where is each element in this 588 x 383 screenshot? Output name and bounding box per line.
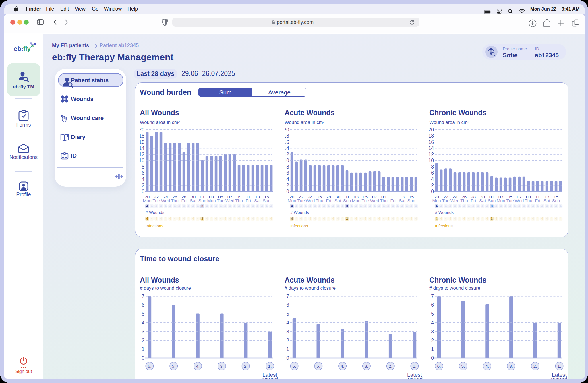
svg-text:Thu: Thu — [171, 198, 179, 203]
svg-text:Sun: Sun — [552, 198, 560, 203]
svg-text:4: 4 — [537, 217, 539, 221]
svg-text:4: 4 — [436, 217, 438, 221]
svg-text:4: 4 — [266, 217, 268, 221]
svg-text:All Wounds: All Wounds — [140, 109, 179, 117]
svg-text:4: 4 — [323, 204, 325, 208]
svg-text:4: 4 — [318, 204, 320, 208]
svg-text:4: 4 — [155, 217, 157, 221]
svg-text:4: 4 — [383, 204, 385, 208]
svg-text:4: 4 — [468, 217, 470, 221]
svg-text:16: 16 — [285, 139, 289, 145]
svg-text:Acute Wounds: Acute Wounds — [285, 109, 335, 117]
svg-text:4: 4 — [396, 217, 399, 221]
svg-text:Wed: Wed — [515, 198, 524, 203]
svg-text:4: 4 — [243, 204, 245, 208]
svg-text:Sat: Sat — [254, 198, 261, 203]
svg-text:4: 4 — [495, 204, 497, 208]
svg-text:2: 2 — [431, 183, 434, 188]
svg-text:4: 4 — [256, 204, 258, 208]
svg-text:4: 4 — [210, 217, 212, 221]
svg-text:4.: 4. — [196, 364, 200, 369]
svg-text:4: 4 — [332, 204, 334, 208]
svg-text:4: 4 — [252, 217, 254, 221]
svg-text:# Wounds: # Wounds — [435, 210, 454, 215]
svg-text:4: 4 — [463, 217, 465, 221]
svg-text:wound: wound — [262, 376, 278, 379]
svg-text:4: 4 — [355, 217, 357, 221]
svg-text:2.: 2. — [533, 364, 537, 369]
svg-text:Sun: Sun — [263, 198, 271, 203]
svg-text:4: 4 — [206, 217, 208, 221]
svg-text:Fri: Fri — [181, 198, 187, 203]
svg-text:Mon: Mon — [497, 198, 505, 203]
svg-text:4: 4 — [305, 204, 307, 208]
svg-text:4: 4 — [341, 217, 343, 221]
svg-text:4: 4 — [410, 217, 412, 221]
svg-text:Fri: Fri — [471, 198, 476, 203]
svg-text:4: 4 — [160, 217, 162, 221]
svg-text:4: 4 — [318, 217, 320, 221]
svg-text:4: 4 — [383, 217, 385, 221]
svg-text:2: 2 — [286, 338, 289, 343]
svg-text:0: 0 — [142, 189, 144, 194]
svg-text:4: 4 — [454, 204, 456, 208]
svg-text:Thu: Thu — [380, 198, 388, 203]
svg-text:7: 7 — [286, 293, 289, 299]
svg-text:Wound area in cm²: Wound area in cm² — [429, 120, 469, 125]
svg-text:Chronic Wounds: Chronic Wounds — [429, 276, 487, 284]
svg-text:4: 4 — [378, 217, 380, 221]
svg-text:Wed: Wed — [161, 198, 170, 203]
svg-text:4: 4 — [378, 204, 380, 208]
svg-text:4: 4 — [406, 217, 408, 221]
svg-text:4: 4 — [247, 217, 249, 221]
svg-text:4: 4 — [481, 204, 483, 208]
svg-text:4: 4 — [238, 217, 240, 221]
svg-text:4: 4 — [360, 204, 362, 208]
svg-text:4: 4 — [431, 176, 434, 182]
svg-text:4: 4 — [509, 204, 511, 208]
svg-text:4: 4 — [215, 217, 217, 221]
svg-text:3: 3 — [491, 204, 493, 208]
svg-text:4: 4 — [445, 217, 447, 221]
svg-text:4: 4 — [472, 204, 474, 208]
svg-text:3: 3 — [346, 204, 348, 208]
svg-text:Chronic Wounds: Chronic Wounds — [429, 109, 487, 117]
svg-text:14: 14 — [429, 145, 434, 151]
svg-text:4: 4 — [477, 217, 479, 221]
svg-text:6: 6 — [142, 302, 144, 308]
svg-text:4: 4 — [224, 217, 226, 221]
svg-text:4: 4 — [351, 204, 353, 208]
svg-text:4: 4 — [266, 204, 268, 208]
svg-text:1.: 1. — [268, 364, 272, 369]
svg-text:4: 4 — [233, 204, 235, 208]
svg-text:4: 4 — [151, 204, 153, 208]
svg-text:4: 4 — [178, 204, 180, 208]
svg-text:4: 4 — [183, 217, 185, 221]
svg-text:All Wounds: All Wounds — [140, 276, 179, 284]
svg-text:5.: 5. — [461, 364, 465, 369]
svg-text:3: 3 — [142, 329, 144, 334]
svg-text:3: 3 — [491, 217, 493, 221]
svg-text:3.: 3. — [220, 364, 224, 369]
svg-text:2: 2 — [142, 338, 144, 343]
svg-text:0: 0 — [431, 355, 434, 361]
svg-text:4: 4 — [454, 217, 456, 221]
svg-text:Sat: Sat — [399, 198, 406, 203]
svg-text:18: 18 — [285, 133, 289, 139]
svg-text:4: 4 — [495, 217, 497, 221]
svg-text:2: 2 — [142, 183, 144, 188]
svg-text:4: 4 — [523, 204, 525, 208]
svg-text:4: 4 — [295, 204, 297, 208]
svg-text:10: 10 — [285, 158, 289, 163]
svg-text:4: 4 — [187, 217, 189, 221]
svg-text:4: 4 — [355, 204, 357, 208]
svg-text:Sat: Sat — [190, 198, 197, 203]
svg-text:4: 4 — [541, 217, 543, 221]
svg-text:6: 6 — [286, 170, 289, 176]
svg-text:4: 4 — [286, 176, 289, 182]
svg-text:3: 3 — [286, 329, 289, 334]
svg-text:4: 4 — [220, 204, 222, 208]
svg-text:4: 4 — [374, 217, 376, 221]
svg-text:2: 2 — [286, 183, 289, 188]
svg-text:4: 4 — [286, 320, 289, 326]
